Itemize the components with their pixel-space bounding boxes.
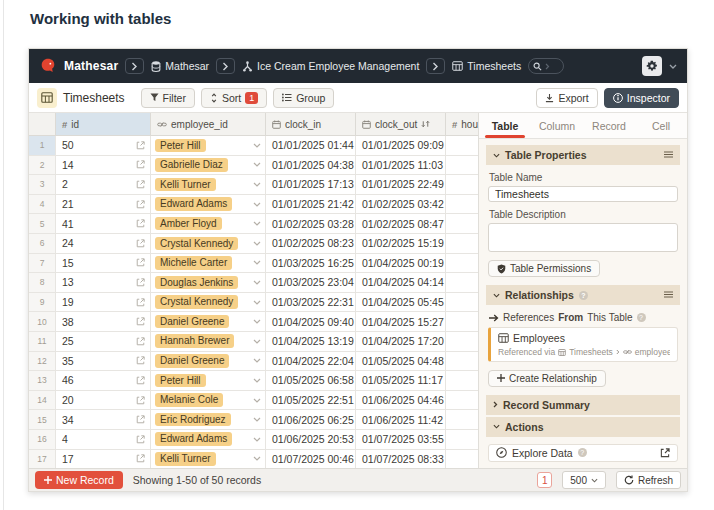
open-record-icon[interactable] (136, 376, 145, 385)
hours-cell[interactable] (446, 430, 478, 449)
row-number-cell[interactable]: 17 (29, 450, 56, 469)
record-pill[interactable]: Hannah Brewer (155, 334, 234, 348)
open-record-icon[interactable] (136, 454, 145, 463)
id-cell[interactable]: 38 (56, 312, 151, 331)
new-record-button[interactable]: New Record (35, 471, 123, 489)
chevron-down-icon[interactable] (253, 202, 261, 207)
chevron-down-icon[interactable] (253, 378, 261, 383)
chevron-down-icon[interactable] (253, 456, 261, 461)
row-number-cell[interactable]: 9 (29, 293, 56, 312)
clock-in-cell[interactable]: 01/06/2025 06:25 (266, 410, 356, 429)
explore-data-button[interactable]: Explore Data ? (488, 444, 678, 462)
record-pill[interactable]: Crystal Kennedy (155, 295, 238, 309)
tab-table[interactable]: Table (479, 113, 531, 138)
clock-out-cell[interactable]: 01/02/2025 03:42 (356, 195, 446, 214)
open-record-icon[interactable] (136, 396, 145, 405)
clock-in-cell[interactable]: 01/01/2025 04:38 (266, 156, 356, 175)
row-number-header[interactable] (29, 113, 56, 135)
id-cell[interactable]: 15 (56, 254, 151, 273)
clock-in-cell[interactable]: 01/03/2025 23:04 (266, 273, 356, 292)
row-number-cell[interactable]: 3 (29, 175, 56, 194)
record-pill[interactable]: Daniel Greene (155, 354, 229, 368)
id-cell[interactable]: 35 (56, 352, 151, 371)
clock-out-cell[interactable]: 01/02/2025 15:19 (356, 234, 446, 253)
record-pill[interactable]: Amber Floyd (155, 217, 222, 231)
table-permissions-button[interactable]: Table Permissions (488, 260, 600, 277)
open-record-icon[interactable] (136, 258, 145, 267)
settings-button[interactable] (642, 56, 662, 76)
open-record-icon[interactable] (136, 298, 145, 307)
record-pill[interactable]: Michelle Carter (155, 256, 232, 270)
clock-in-cell[interactable]: 01/07/2025 00:46 (266, 450, 356, 469)
open-record-icon[interactable] (136, 180, 145, 189)
clock-in-cell[interactable]: 01/01/2025 21:42 (266, 195, 356, 214)
column-header-employee-id[interactable]: employee_id (151, 113, 266, 135)
open-record-icon[interactable] (136, 356, 145, 365)
row-number-cell[interactable]: 6 (29, 234, 56, 253)
chevron-down-icon[interactable] (253, 417, 261, 422)
filter-button[interactable]: Filter (141, 88, 195, 108)
clock-out-cell[interactable]: 01/05/2025 04:48 (356, 352, 446, 371)
clock-out-cell[interactable]: 01/02/2025 08:47 (356, 214, 446, 233)
group-button[interactable]: Group (273, 88, 334, 108)
row-number-cell[interactable]: 1 (29, 136, 56, 155)
inspector-button[interactable]: Inspector (604, 88, 679, 108)
row-number-cell[interactable]: 5 (29, 214, 56, 233)
row-number-cell[interactable]: 2 (29, 156, 56, 175)
collapse-all-icon[interactable] (664, 291, 673, 299)
clock-in-cell[interactable]: 01/03/2025 16:25 (266, 254, 356, 273)
help-icon[interactable]: ? (579, 291, 588, 300)
page-number[interactable]: 1 (537, 472, 552, 488)
record-pill[interactable]: Peter Hill (155, 374, 206, 388)
id-cell[interactable]: 2 (56, 175, 151, 194)
id-cell[interactable]: 50 (56, 136, 151, 155)
id-cell[interactable]: 4 (56, 430, 151, 449)
hours-cell[interactable] (446, 410, 478, 429)
clock-out-cell[interactable]: 01/07/2025 08:33 (356, 450, 446, 469)
collapse-all-icon[interactable] (664, 151, 673, 159)
row-number-cell[interactable]: 4 (29, 195, 56, 214)
clock-in-cell[interactable]: 01/02/2025 08:23 (266, 234, 356, 253)
section-table-properties[interactable]: Table Properties (486, 145, 680, 165)
employee-cell[interactable]: Kelli Turner (151, 450, 266, 469)
clock-in-cell[interactable]: 01/04/2025 22:04 (266, 352, 356, 371)
hours-cell[interactable] (446, 312, 478, 331)
id-cell[interactable]: 24 (56, 234, 151, 253)
chevron-down-icon[interactable] (253, 241, 261, 246)
clock-out-cell[interactable]: 01/04/2025 17:20 (356, 332, 446, 351)
hours-cell[interactable] (446, 391, 478, 410)
employee-cell[interactable]: Peter Hill (151, 371, 266, 390)
clock-out-cell[interactable]: 01/07/2025 03:55 (356, 430, 446, 449)
clock-in-cell[interactable]: 01/04/2025 13:19 (266, 332, 356, 351)
record-pill[interactable]: Peter Hill (155, 139, 206, 153)
clock-in-cell[interactable]: 01/01/2025 17:13 (266, 175, 356, 194)
refresh-button[interactable]: Refresh (616, 471, 681, 489)
hours-cell[interactable] (446, 175, 478, 194)
employee-cell[interactable]: Crystal Kennedy (151, 293, 266, 312)
breadcrumb-table[interactable]: Timesheets (452, 60, 521, 72)
chevron-down-icon[interactable] (253, 398, 261, 403)
table-search-button[interactable] (528, 58, 564, 74)
tab-cell[interactable]: Cell (635, 113, 687, 138)
row-number-cell[interactable]: 15 (29, 410, 56, 429)
clock-in-cell[interactable]: 01/01/2025 01:44 (266, 136, 356, 155)
row-number-cell[interactable]: 12 (29, 352, 56, 371)
employee-cell[interactable]: Douglas Jenkins (151, 273, 266, 292)
export-button[interactable]: Export (536, 88, 597, 108)
tab-record[interactable]: Record (583, 113, 635, 138)
chevron-down-icon[interactable] (253, 339, 261, 344)
hours-cell[interactable] (446, 254, 478, 273)
create-relationship-button[interactable]: Create Relationship (488, 370, 606, 387)
help-icon[interactable]: ? (637, 313, 646, 322)
clock-in-cell[interactable]: 01/04/2025 09:40 (266, 312, 356, 331)
id-cell[interactable]: 14 (56, 156, 151, 175)
breadcrumb-separator-icon[interactable] (426, 58, 445, 74)
row-number-cell[interactable]: 11 (29, 332, 56, 351)
hours-cell[interactable] (446, 136, 478, 155)
employee-cell[interactable]: Peter Hill (151, 136, 266, 155)
hours-cell[interactable] (446, 352, 478, 371)
employee-cell[interactable]: Hannah Brewer (151, 332, 266, 351)
record-pill[interactable]: Melanie Cole (155, 393, 223, 407)
table-name-input[interactable] (488, 186, 678, 202)
clock-in-cell[interactable]: 01/05/2025 22:51 (266, 391, 356, 410)
